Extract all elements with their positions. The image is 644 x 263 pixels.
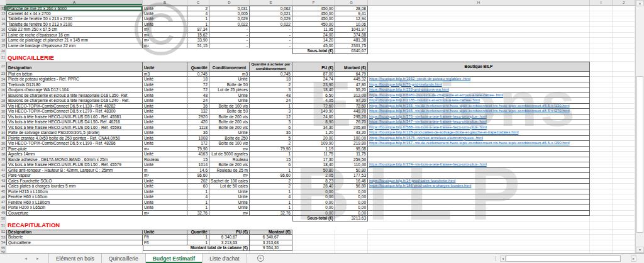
cell-amount[interactable]: 312,00 xyxy=(335,93,368,99)
product-link[interactable]: https://boutique.bilp.fr/2185--boulons-e… xyxy=(368,98,590,104)
cell[interactable] xyxy=(613,27,635,33)
cell-quantity[interactable]: 72 xyxy=(187,82,209,88)
cell-unit-price[interactable]: 87,00 xyxy=(292,72,335,77)
cell-quantity[interactable]: 15,62 xyxy=(187,33,209,38)
cell-unit[interactable]: m² xyxy=(143,211,187,216)
cell-qty-to-buy[interactable]: 2 xyxy=(250,184,292,189)
cell-unit[interactable]: Unité xyxy=(143,125,187,131)
row-number[interactable]: 30 xyxy=(0,109,6,115)
cell-unit[interactable]: Unité xyxy=(143,82,187,88)
cell-qty-to-buy[interactable]: 24 xyxy=(250,98,292,104)
cell[interactable] xyxy=(368,33,590,38)
cell-unit-price[interactable]: 50,80 xyxy=(292,168,335,174)
cell[interactable] xyxy=(613,194,635,200)
row-number[interactable]: 49 xyxy=(0,211,6,216)
cell-unit[interactable]: Unité xyxy=(143,200,187,206)
row-number[interactable]: 43 xyxy=(0,179,6,184)
cell-quantity[interactable]: 15 xyxy=(187,157,209,163)
cell[interactable] xyxy=(613,189,635,195)
cell-designation[interactable]: Plot en béton xyxy=(6,72,143,77)
cell[interactable] xyxy=(335,235,368,240)
cell-amount[interactable]: 445,32 xyxy=(335,77,368,82)
product-link[interactable]: https://boutique.bilp.fr/157--vis-de-ren… xyxy=(368,141,590,147)
cell-qty-to-buy[interactable]: 6 xyxy=(250,125,292,131)
cell-designation[interactable]: Patte de solivage standard PSD200/30/1,5… xyxy=(6,130,143,136)
cell-conditioning[interactable]: Boîte de 200 vis xyxy=(209,120,250,125)
cell[interactable] xyxy=(590,245,613,251)
cell-conditioning[interactable]: - xyxy=(209,43,250,49)
cell[interactable] xyxy=(368,152,590,157)
product-link[interactable]: https://boutique.bilp.fr/14-prod-cales-f… xyxy=(368,179,590,184)
product-link[interactable]: https://boutique.bilp.fr/165--vis-de-ren… xyxy=(368,109,590,115)
cell[interactable] xyxy=(6,216,292,221)
column-header-G[interactable]: G xyxy=(335,0,368,5)
cell[interactable] xyxy=(368,27,590,33)
cell-unit-price[interactable]: 17,30 xyxy=(292,157,335,163)
cell-quantity[interactable]: 86,60 xyxy=(187,173,209,179)
product-link[interactable]: https://boutique.bilp.fr/1562--pieds-de-… xyxy=(368,77,590,82)
cell-designation[interactable]: Pieds de poteau réglables - Réf. PPRC xyxy=(6,77,143,82)
cell[interactable] xyxy=(613,125,635,131)
cell-unit[interactable]: Unité xyxy=(143,6,187,11)
cell[interactable] xyxy=(613,38,635,43)
cell-quantity[interactable]: 24 xyxy=(187,98,209,104)
cell[interactable] xyxy=(368,22,590,28)
cell-qty-to-buy[interactable]: 1 xyxy=(250,168,292,174)
cell[interactable] xyxy=(368,38,590,43)
cell-unit-price[interactable]: 24,74 xyxy=(292,77,335,82)
cell-designation[interactable]: Porte H215 x L160cm xyxy=(6,189,143,195)
sheet-tab-el-ment-en-bois[interactable]: Elément en bois xyxy=(48,254,102,263)
cell-conditioning[interactable]: Unité xyxy=(209,200,250,206)
cell-qty-to-buy[interactable]: 3 xyxy=(250,120,292,125)
cell-designation[interactable]: Grille anti-rongeur - Hauteur B : 42mm, … xyxy=(6,168,143,174)
scroll-right-icon[interactable]: ► xyxy=(631,255,636,262)
cell[interactable] xyxy=(368,54,590,62)
cell-conditioning[interactable]: 0,005 xyxy=(209,11,250,17)
cell-qty-to-buy[interactable]: - xyxy=(250,27,292,33)
cell-unit-price[interactable]: 6,50 xyxy=(292,93,335,99)
cell[interactable] xyxy=(368,16,590,22)
cell-amount[interactable]: 295,20 xyxy=(335,115,368,120)
cell-unit-price[interactable]: 72,60 xyxy=(292,104,335,109)
cell[interactable] xyxy=(335,230,368,235)
cell-quantity[interactable]: 1118 xyxy=(187,125,209,131)
cell-qty-to-buy[interactable]: 3 xyxy=(250,87,292,93)
cell-qty-to-buy[interactable]: 18 xyxy=(250,77,292,82)
cell-amount[interactable]: 72,60 xyxy=(335,104,368,109)
cell-quantity[interactable]: 18 xyxy=(187,77,209,82)
cell[interactable] xyxy=(613,235,635,240)
cell[interactable] xyxy=(368,173,590,179)
cell-conditioning[interactable]: Boîte de 250 xyxy=(209,136,250,142)
cell[interactable] xyxy=(368,6,590,11)
cell-designation[interactable]: Boulons de charpente et écrous à tête he… xyxy=(6,93,143,99)
cell[interactable] xyxy=(613,72,635,77)
row-number[interactable]: 28 xyxy=(0,98,6,104)
cell-amount[interactable]: 259,50 xyxy=(335,157,368,163)
cell[interactable] xyxy=(590,11,613,17)
row-number[interactable]: 14 xyxy=(0,16,6,22)
cell-quantity[interactable]: 72 xyxy=(187,87,209,93)
cell-qty-to-buy[interactable]: 36 xyxy=(250,130,292,136)
cell-amount[interactable]: 1041,97 xyxy=(335,27,368,33)
cell-conditioning[interactable]: Unité xyxy=(209,77,250,82)
cell-conditioning[interactable]: Boîte de 200 vis xyxy=(209,125,250,131)
recap-unit[interactable]: Fft xyxy=(143,240,187,246)
cell-amount[interactable]: 26,70 xyxy=(335,120,368,125)
row-number[interactable]: 22 xyxy=(0,62,6,72)
cell-conditioning[interactable]: Boîte de 100 vis xyxy=(209,141,250,147)
cell-quantity[interactable]: 87,34 xyxy=(187,27,209,33)
cell-qty-to-buy[interactable]: 2 xyxy=(250,82,292,88)
recap-header-designation[interactable]: Désignation xyxy=(6,230,143,235)
tab-scroll-left-icon[interactable]: ◄ xyxy=(24,257,28,260)
cell-quantity[interactable]: 1014 xyxy=(187,162,209,168)
cell[interactable] xyxy=(613,62,635,72)
recap-header-quantity[interactable]: Quantité xyxy=(187,230,209,235)
cell[interactable] xyxy=(368,157,590,163)
product-link[interactable]: https://boutique.bilp.fr/374--vis-bois-a… xyxy=(368,162,590,168)
cell[interactable] xyxy=(368,11,590,17)
cell-amount[interactable]: 64,79 xyxy=(335,72,368,77)
cell[interactable] xyxy=(590,141,613,147)
cell-quantity[interactable]: 172 xyxy=(187,141,209,147)
cell-unit[interactable]: m² xyxy=(143,33,187,38)
cell-quantity[interactable]: 4 xyxy=(187,194,209,200)
